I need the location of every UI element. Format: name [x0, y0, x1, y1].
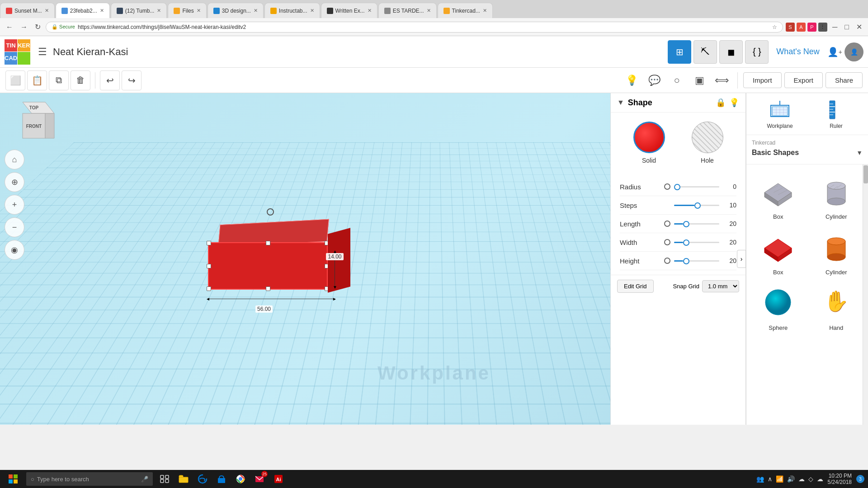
close-button[interactable]: ✕: [854, 22, 864, 32]
hole-option[interactable]: Hole: [692, 122, 723, 164]
volume-icon[interactable]: 🔊: [787, 475, 795, 483]
user-avatar[interactable]: 👤: [844, 42, 863, 61]
pickaxe-button[interactable]: ⛏: [693, 40, 717, 64]
shape-item-cylinder-orange[interactable]: Cylinder: [810, 225, 863, 276]
zoom-in-button[interactable]: +: [5, 195, 24, 215]
ext-icon-pinterest[interactable]: P: [807, 23, 816, 32]
perspective-button[interactable]: ◉: [5, 240, 24, 260]
network-icon[interactable]: 📶: [776, 475, 783, 483]
undo-button[interactable]: ↩: [100, 70, 120, 90]
shape-item-sphere-teal[interactable]: Sphere: [752, 281, 805, 331]
taskbar-icon-chrome[interactable]: [232, 471, 249, 487]
workplane-item[interactable]: Workplane: [767, 99, 793, 129]
edit-grid-button[interactable]: Edit Grid: [617, 280, 654, 293]
export-button[interactable]: Export: [784, 72, 823, 88]
dropbox-icon[interactable]: ◇: [808, 475, 813, 483]
handle-tl[interactable]: [207, 241, 211, 245]
visibility-button[interactable]: 💡: [622, 70, 642, 90]
tab-5[interactable]: 3D design... ✕: [208, 3, 264, 18]
tab-close-2[interactable]: ✕: [100, 8, 104, 14]
home-view-button[interactable]: ⌂: [5, 150, 24, 169]
bookmark-icon[interactable]: ☆: [772, 24, 777, 30]
tab-4[interactable]: Files ✕: [168, 3, 206, 18]
redo-button[interactable]: ↪: [122, 70, 142, 90]
tab-6[interactable]: Instructab... ✕: [264, 3, 320, 18]
tab-close-9[interactable]: ✕: [483, 8, 487, 14]
layers-button[interactable]: ◼: [719, 40, 743, 64]
tab-8[interactable]: ES TARDE... ✕: [378, 3, 437, 18]
taskbar-icon-explorer[interactable]: [175, 471, 192, 487]
red-box-front-face[interactable]: [208, 242, 328, 290]
ruler-item[interactable]: Ruler: [825, 99, 848, 129]
tab-close-3[interactable]: ✕: [157, 8, 161, 14]
forward-button[interactable]: →: [18, 22, 30, 32]
taskbar-icon-edge[interactable]: [194, 471, 211, 487]
panel-collapse-button[interactable]: ›: [737, 250, 746, 268]
chevron-up-icon[interactable]: ∧: [768, 475, 772, 483]
snap-grid-select[interactable]: 1.0 mm 0.5 mm 0.1 mm: [702, 280, 739, 292]
scrollbar-track[interactable]: [863, 164, 868, 425]
height-circle-control[interactable]: [664, 258, 670, 264]
shape-item-cylinder-gray[interactable]: Cylinder: [810, 170, 863, 220]
tab-3[interactable]: (12) Tumb... ✕: [111, 3, 167, 18]
tab-close-8[interactable]: ✕: [427, 8, 431, 14]
tab-close-7[interactable]: ✕: [368, 8, 372, 14]
whats-new-button[interactable]: What's New: [771, 44, 825, 59]
fit-view-button[interactable]: ⊕: [5, 172, 24, 192]
note-button[interactable]: 💬: [644, 70, 664, 90]
new-shape-button[interactable]: ⬜: [5, 70, 25, 90]
paste-button[interactable]: 📋: [27, 70, 47, 90]
ext-icon-adblock[interactable]: A: [797, 23, 806, 32]
radius-thumb[interactable]: [674, 184, 680, 190]
radius-slider[interactable]: [674, 182, 719, 191]
taskbar-icon-mail[interactable]: 25: [251, 471, 268, 487]
steps-thumb[interactable]: [694, 202, 701, 209]
tab-close-5[interactable]: ✕: [254, 8, 258, 14]
taskbar-icon-task-view[interactable]: [156, 471, 173, 487]
refresh-button[interactable]: ↻: [33, 22, 43, 32]
length-thumb[interactable]: [683, 221, 689, 227]
tab-close-1[interactable]: ✕: [45, 8, 49, 14]
tab-close-4[interactable]: ✕: [197, 8, 201, 14]
address-bar[interactable]: 🔒 Secure https://www.tinkercad.com/thing…: [46, 22, 783, 33]
tab-7[interactable]: Written Ex... ✕: [321, 3, 377, 18]
handle-bm[interactable]: [266, 286, 270, 291]
scrollbar-thumb[interactable]: [863, 165, 868, 183]
tab-1[interactable]: Sunset M... ✕: [0, 3, 55, 18]
cloud-icon[interactable]: ☁: [798, 475, 805, 483]
solid-option[interactable]: Solid: [633, 122, 665, 164]
handle-bl[interactable]: [207, 286, 211, 291]
width-thumb[interactable]: [683, 239, 689, 246]
import-button[interactable]: Import: [743, 72, 782, 88]
tab-9[interactable]: Tinkercad... ✕: [438, 3, 493, 18]
shape-light-button[interactable]: 💡: [729, 98, 739, 108]
shape-panel-toggle[interactable]: ▼: [617, 99, 624, 107]
shapes-category-dropdown[interactable]: Basic Shapes ▼: [752, 146, 863, 160]
add-user-button[interactable]: 👤 +: [827, 47, 842, 57]
rotation-handle[interactable]: [267, 208, 274, 216]
maximize-button[interactable]: □: [842, 22, 851, 32]
width-circle-control[interactable]: [664, 239, 670, 245]
length-circle-control[interactable]: [664, 221, 670, 227]
tab-close-6[interactable]: ✕: [310, 8, 314, 14]
shape-item-hand-blue[interactable]: ✋ Hand: [810, 281, 863, 331]
view-cube-container[interactable]: TOP FRONT: [9, 98, 59, 147]
steps-slider[interactable]: [674, 201, 719, 210]
shape-item-box-gray[interactable]: Box: [752, 170, 805, 220]
length-slider[interactable]: [674, 219, 719, 228]
shape-lock-button[interactable]: 🔒: [716, 98, 726, 108]
align-button[interactable]: ▣: [689, 70, 709, 90]
back-button[interactable]: ←: [4, 22, 15, 32]
minimize-button[interactable]: ─: [830, 22, 840, 32]
ext-icon-1[interactable]: S: [786, 23, 795, 32]
tab-2[interactable]: 23febab2... ✕: [56, 3, 110, 18]
duplicate-button[interactable]: ⧉: [49, 70, 69, 90]
start-button[interactable]: [4, 471, 23, 487]
taskbar-icon-store[interactable]: [213, 471, 230, 487]
height-slider[interactable]: [674, 256, 719, 265]
code-button[interactable]: { }: [745, 40, 769, 64]
share-button[interactable]: Share: [826, 72, 863, 88]
hamburger-menu-button[interactable]: ☰: [34, 44, 51, 60]
handle-tm[interactable]: [266, 241, 270, 245]
shape-button[interactable]: ○: [667, 70, 687, 90]
